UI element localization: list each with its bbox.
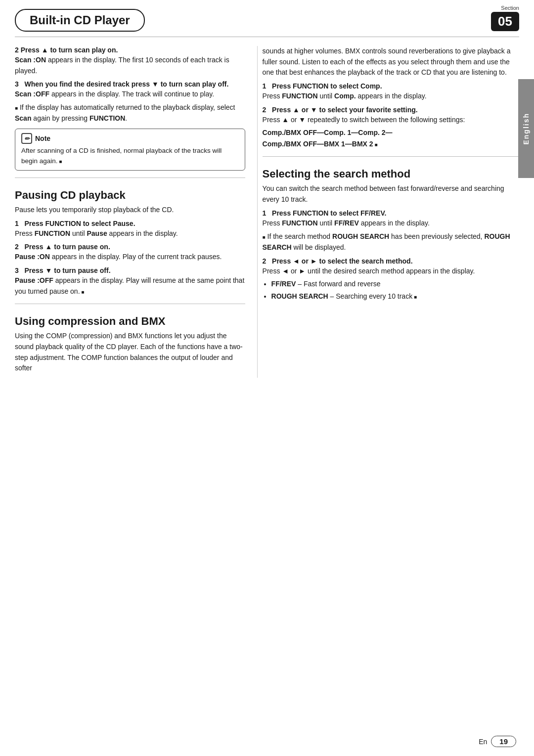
selecting-heading: Selecting the search method <box>263 168 519 180</box>
step-1-pause-title: 1 Press FUNCTION to select Pause. <box>15 220 245 227</box>
step-2-scan-body: Scan :ON appears in the display. The fir… <box>15 55 245 76</box>
note-box: ✏ Note After scanning of a CD is finishe… <box>15 129 245 171</box>
page-container: Built-in CD Player Section 05 English 2 … <box>0 0 534 756</box>
compression-heading: Using compression and BMX <box>15 315 245 328</box>
bullet-rough-search: ROUGH SEARCH – Searching every 10 track … <box>271 291 519 302</box>
step-2-search: 2 Press ◄ or ► to select the search meth… <box>263 257 519 302</box>
step-1-comp-title: 1 Press FUNCTION to select Comp. <box>263 82 519 90</box>
left-column: 2 Press ▲ to turn scan play on. Scan :ON… <box>15 46 257 378</box>
page-title: Built-in CD Player <box>15 9 145 32</box>
pausing-heading: Pausing CD playback <box>15 189 245 202</box>
section-badge-area: Section 05 <box>491 5 519 31</box>
step-3-pause: 3 Press ▼ to turn pause off. Pause :OFF … <box>15 267 245 297</box>
section-divider-1 <box>15 178 245 178</box>
compression-intro: Using the COMP (compression) and BMX fun… <box>15 331 245 374</box>
pausing-intro: Pause lets you temporarily stop playback… <box>15 205 245 216</box>
footer-lang: En <box>479 738 487 746</box>
selecting-intro: You can switch the search method between… <box>263 183 519 205</box>
footer-page-number: 19 <box>491 736 516 747</box>
page-header: Built-in CD Player Section 05 <box>0 0 534 37</box>
step-2-scan: 2 Press ▲ to turn scan play on. Scan :ON… <box>15 46 245 76</box>
step-2-comp-title: 2 Press ▲ or ▼ to select your favorite s… <box>263 106 519 114</box>
bullet-ffrev: FF/REV – Fast forward and reverse <box>271 278 519 289</box>
comp-bmx-settings: Comp./BMX OFF—Comp. 1—Comp. 2—Comp./BMX … <box>263 127 519 149</box>
step-2-scan-title: 2 Press ▲ to turn scan play on. <box>15 46 245 54</box>
step-3-pause-title: 3 Press ▼ to turn pause off. <box>15 267 245 274</box>
section-number: 05 <box>491 12 519 31</box>
step-2-comp: 2 Press ▲ or ▼ to select your favorite s… <box>263 106 519 149</box>
note-icon: ✏ <box>21 133 32 144</box>
right-column: sounds at higher volumes. BMX controls s… <box>257 46 519 378</box>
step-2-search-title: 2 Press ◄ or ► to select the search meth… <box>263 257 519 265</box>
note-body: After scanning of a CD is finished, norm… <box>21 146 239 166</box>
step-1-pause: 1 Press FUNCTION to select Pause. Press … <box>15 220 245 239</box>
step-3-scan-title: 3 When you find the desired track press … <box>15 80 245 88</box>
section-divider-2 <box>15 304 245 304</box>
step-1-comp-body: Press FUNCTION until Comp. appears in th… <box>263 91 519 102</box>
step-2-comp-body: Press ▲ or ▼ repeatedly to switch betwee… <box>263 115 519 126</box>
compression-continued: sounds at higher volumes. BMX controls s… <box>263 46 519 78</box>
footer: En 19 <box>0 736 534 747</box>
main-content: 2 Press ▲ to turn scan play on. Scan :ON… <box>0 37 534 378</box>
step-2-search-body: Press ◄ or ► until the desired search me… <box>263 266 519 277</box>
step-3-scan: 3 When you find the desired track press … <box>15 80 245 124</box>
sidebar-language: English <box>518 79 534 178</box>
step-1-comp: 1 Press FUNCTION to select Comp. Press F… <box>263 82 519 102</box>
step-1-ff: 1 Press FUNCTION to select FF/REV. Press… <box>263 209 519 253</box>
step-2-pause-body: Pause :ON appears in the display. Play o… <box>15 252 245 263</box>
note-header: ✏ Note <box>21 133 239 144</box>
step-3-scan-body1: Scan :OFF appears in the display. The tr… <box>15 89 245 100</box>
step-1-pause-body: Press FUNCTION until Pause appears in th… <box>15 228 245 239</box>
step-1-ff-note: ■ If the search method ROUGH SEARCH has … <box>263 231 519 253</box>
step-2-pause-title: 2 Press ▲ to turn pause on. <box>15 243 245 251</box>
sidebar-language-text: English <box>522 113 530 145</box>
step-2-pause: 2 Press ▲ to turn pause on. Pause :ON ap… <box>15 243 245 263</box>
step-3-pause-body: Pause :OFF appears in the display. Play … <box>15 275 245 297</box>
note-title: Note <box>35 133 50 144</box>
step-1-ff-title: 1 Press FUNCTION to select FF/REV. <box>263 209 519 217</box>
section-divider-3 <box>263 156 519 157</box>
search-method-list: FF/REV – Fast forward and reverse ROUGH … <box>271 278 519 302</box>
section-label: Section <box>501 5 519 11</box>
step-3-scan-body2: ■ If the display has automatically retur… <box>15 102 245 124</box>
step-1-ff-body: Press FUNCTION until FF/REV appears in t… <box>263 218 519 229</box>
